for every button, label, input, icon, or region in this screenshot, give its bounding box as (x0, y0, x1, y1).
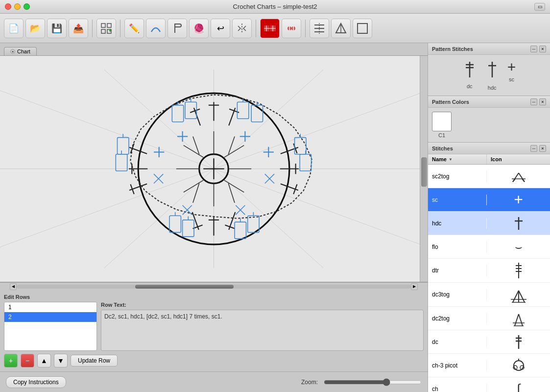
main-layout: × Chart (0, 43, 550, 392)
bottom-bar: Copy Instructions Zoom: (0, 371, 428, 392)
zoom-label: Zoom: (301, 379, 318, 386)
add-row-button[interactable]: + (4, 354, 18, 368)
rect-icon[interactable] (353, 19, 372, 38)
svg-rect-1 (107, 24, 111, 27)
scroll-right-arrow[interactable]: ▶ (411, 283, 418, 290)
stitches-panel: Stitches ─ × Name ▼ Icon sc2tog (428, 143, 550, 392)
arc-tool-icon[interactable] (146, 19, 166, 38)
undo-icon[interactable]: ↩ (211, 19, 230, 38)
stitch-name-dc2tog: dc2tog (428, 313, 487, 324)
zoom-slider-container (324, 378, 422, 386)
close-button[interactable] (5, 3, 11, 10)
pencil-tool-icon[interactable]: ✏️ (124, 19, 144, 38)
stitch-icon-flo: ⌣ (487, 238, 550, 256)
add-stitch-grid-icon[interactable]: + (96, 19, 116, 38)
stitch-row-sc2tog[interactable]: sc2tog (428, 165, 550, 188)
svg-rect-0 (101, 24, 105, 27)
stitch-item-hdc: hdc (485, 60, 500, 91)
stitches-header-buttons: ─ × (530, 145, 546, 152)
stitch-row-sc[interactable]: sc + (428, 188, 550, 212)
stitches-close-button[interactable]: × (539, 145, 546, 152)
pattern-stitches-title: Pattern Stitches (432, 46, 473, 52)
move-row-up-button[interactable]: ▲ (37, 354, 51, 368)
stitch-name-dc3tog: dc3tog (428, 289, 487, 300)
pattern-stitches-header: Pattern Stitches ─ × (428, 43, 550, 55)
toolbar: 📄 📂 💾 📤 + ✏️ 🧶 ↩ (0, 14, 550, 43)
stitches-table[interactable]: Name ▼ Icon sc2tog (428, 154, 550, 392)
stitch-name-ch: ch (428, 384, 487, 392)
stitch-item-sc: + sc (507, 60, 516, 91)
sort-arrow-icon[interactable]: ▼ (449, 157, 453, 162)
stitches-table-header: Name ▼ Icon (428, 154, 550, 165)
sc-stitch-symbol: + (507, 60, 516, 74)
stitches-collapse-button[interactable]: ─ (530, 145, 537, 152)
row-item-1[interactable]: 1 (4, 302, 96, 312)
edit-rows-buttons: + − ▲ ▼ Update Row (4, 354, 424, 368)
new-icon[interactable]: 📄 (4, 19, 24, 38)
chart-vscroll-thumb[interactable] (421, 157, 427, 187)
color-item-c1: C1 (432, 112, 452, 138)
stitches-icon-column-header: Icon (487, 154, 550, 164)
stitch-row-dc3tog[interactable]: dc3tog (428, 283, 550, 307)
open-icon[interactable]: 📂 (25, 19, 45, 38)
save-icon[interactable]: 💾 (47, 19, 67, 38)
stitches-name-column-header: Name ▼ (428, 154, 487, 164)
minimize-button[interactable] (14, 3, 21, 10)
row-item-2[interactable]: 2 (4, 312, 96, 322)
triangle-icon[interactable] (331, 19, 351, 38)
export-icon[interactable]: 📤 (69, 19, 88, 38)
stitch-row-ch3picot[interactable]: ch-3 picot (428, 354, 550, 377)
chart-vscroll[interactable] (420, 56, 428, 282)
pattern-stitches-section: Pattern Stitches ─ × dc (428, 43, 550, 96)
color-label-c1: C1 (438, 132, 445, 138)
stitches-header: Stitches ─ × (428, 143, 550, 154)
yarn-tool-icon[interactable]: 🧶 (189, 19, 209, 38)
row-text-box[interactable]: Dc2, sc1, hdc1, [dc2, sc1, hdc1] 7 times… (101, 310, 424, 351)
move-row-down-button[interactable]: ▼ (54, 354, 68, 368)
stitch-row-ch[interactable]: ch ∫ (428, 377, 550, 392)
color-swatch-c1[interactable] (432, 112, 452, 131)
edit-rows-label: Edit Rows (4, 294, 424, 300)
stitch-grid-icon[interactable] (260, 19, 280, 38)
stitch-item-dc: dc (462, 60, 477, 91)
chart-tab-close-icon[interactable]: × (10, 49, 15, 54)
scroll-left-arrow[interactable]: ◀ (10, 283, 17, 290)
stitch-row-dc[interactable]: dc (428, 330, 550, 354)
pattern-stitches-collapse-button[interactable]: ─ (530, 46, 537, 52)
chart-tab[interactable]: × Chart (4, 47, 37, 55)
pattern-stitches-close-button[interactable]: × (539, 46, 546, 52)
stitch-row-dtr[interactable]: dtr (428, 259, 550, 283)
titlebar-buttons (5, 3, 30, 10)
chart-canvas[interactable] (0, 56, 428, 282)
hscroll-track[interactable] (17, 285, 411, 289)
stitch-icon-sc: + (487, 189, 550, 211)
rows-list[interactable]: 1 2 (4, 302, 97, 351)
stitch-row-dc2tog[interactable]: dc2tog (428, 307, 550, 330)
toolbar-separator-3 (256, 20, 256, 37)
pattern-colors-collapse-button[interactable]: ─ (530, 98, 537, 105)
chart-diagram (0, 56, 428, 282)
stitch-alt-icon[interactable] (282, 19, 301, 38)
row-text-label: Row Text: (101, 302, 424, 308)
stitch-row-flo[interactable]: flo ⌣ (428, 235, 550, 259)
form-tool-icon[interactable] (167, 19, 187, 38)
svg-text:+: + (109, 28, 112, 33)
maximize-button[interactable] (24, 3, 30, 10)
stitch-name-dtr: dtr (428, 265, 487, 276)
zoom-slider[interactable] (324, 378, 422, 386)
dc-stitch-symbol (462, 60, 477, 81)
align-icon[interactable] (310, 19, 329, 38)
hscroll-thumb[interactable] (135, 285, 234, 289)
hdc-stitch-symbol (485, 60, 500, 83)
update-row-button[interactable]: Update Row (71, 355, 118, 367)
stitch-name-dc: dc (428, 337, 487, 347)
stitch-row-hdc[interactable]: hdc (428, 212, 550, 235)
remove-row-button[interactable]: − (21, 354, 34, 368)
pattern-colors-close-button[interactable]: × (539, 98, 546, 105)
titlebar: Crochet Charts – simple-test2 ▭ (0, 0, 550, 14)
window-title: Crochet Charts – simple-test2 (233, 3, 317, 10)
copy-instructions-button[interactable]: Copy Instructions (6, 376, 66, 388)
chart-hscroll[interactable]: ◀ ▶ (0, 282, 428, 290)
mirror-icon[interactable] (232, 19, 252, 38)
window-control-button[interactable]: ▭ (534, 3, 545, 11)
